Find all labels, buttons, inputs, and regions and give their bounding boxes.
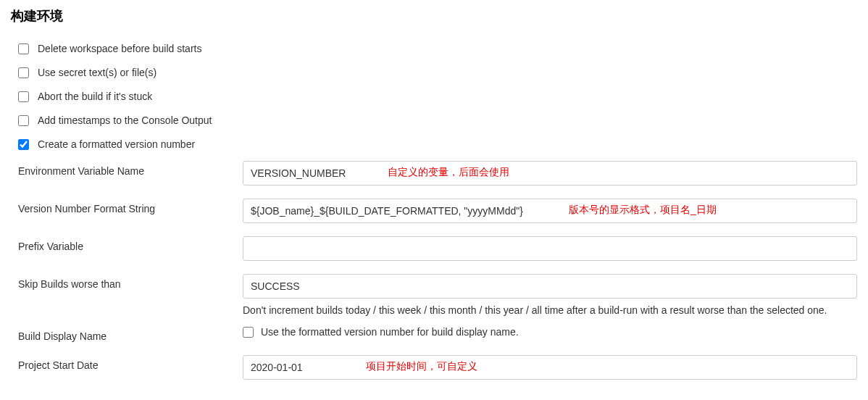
form-row-skip-builds: Skip Builds worse than Don't increment b… (18, 274, 857, 316)
checkbox-delete-workspace[interactable] (18, 43, 29, 54)
checkbox-create-version[interactable] (18, 139, 29, 150)
checkbox-label[interactable]: Create a formatted version number (38, 138, 195, 150)
checkbox-build-display-name[interactable] (243, 327, 254, 338)
form-row-start-date: Project Start Date 项目开始时间，可自定义 (18, 355, 857, 380)
checkbox-row-abort-stuck: Abort the build if it's stuck (11, 87, 857, 106)
form-label: Prefix Variable (18, 236, 243, 252)
skip-builds-input[interactable] (243, 274, 857, 299)
start-date-input[interactable] (243, 355, 857, 380)
section-title: 构建环境 (11, 7, 857, 25)
form-label: Project Start Date (18, 355, 243, 371)
checkbox-label[interactable]: Add timestamps to the Console Output (38, 114, 212, 126)
form-label: Version Number Format String (18, 199, 243, 214)
help-text: Don't increment builds today / this week… (243, 304, 857, 316)
env-var-name-input[interactable] (243, 161, 857, 186)
form-label: Build Display Name (18, 326, 243, 342)
version-number-form: Environment Variable Name 自定义的变量，后面会使用 V… (11, 161, 857, 380)
checkbox-label[interactable]: Use the formatted version number for bui… (261, 326, 519, 338)
format-string-input[interactable] (243, 199, 857, 223)
form-field: 项目开始时间，可自定义 (243, 355, 857, 380)
form-field: 版本号的显示格式，项目名_日期 (243, 199, 857, 223)
form-field: 自定义的变量，后面会使用 (243, 161, 857, 186)
form-row-prefix-variable: Prefix Variable (18, 236, 857, 261)
checkbox-row-delete-workspace: Delete workspace before build starts (11, 39, 857, 58)
checkbox-label[interactable]: Use secret text(s) or file(s) (38, 67, 157, 78)
checkbox-label[interactable]: Delete workspace before build starts (38, 43, 201, 54)
checkbox-use-secret[interactable] (18, 67, 29, 78)
prefix-variable-input[interactable] (243, 236, 857, 261)
form-label: Skip Builds worse than (18, 274, 243, 290)
checkbox-row-add-timestamps: Add timestamps to the Console Output (11, 111, 857, 130)
checkbox-row-use-secret: Use secret text(s) or file(s) (11, 63, 857, 82)
form-row-build-display: Build Display Name Use the formatted ver… (18, 326, 857, 342)
form-field: Use the formatted version number for bui… (243, 326, 857, 338)
checkbox-row-create-version: Create a formatted version number (11, 135, 857, 154)
checkbox-label[interactable]: Abort the build if it's stuck (38, 91, 152, 102)
form-row-env-var-name: Environment Variable Name 自定义的变量，后面会使用 (18, 161, 857, 186)
form-field: Don't increment builds today / this week… (243, 274, 857, 316)
form-label: Environment Variable Name (18, 161, 243, 177)
checkbox-abort-stuck[interactable] (18, 91, 29, 102)
form-row-format-string: Version Number Format String 版本号的显示格式，项目… (18, 199, 857, 223)
form-field (243, 236, 857, 261)
checkbox-add-timestamps[interactable] (18, 115, 29, 126)
inline-checkbox: Use the formatted version number for bui… (243, 326, 857, 338)
